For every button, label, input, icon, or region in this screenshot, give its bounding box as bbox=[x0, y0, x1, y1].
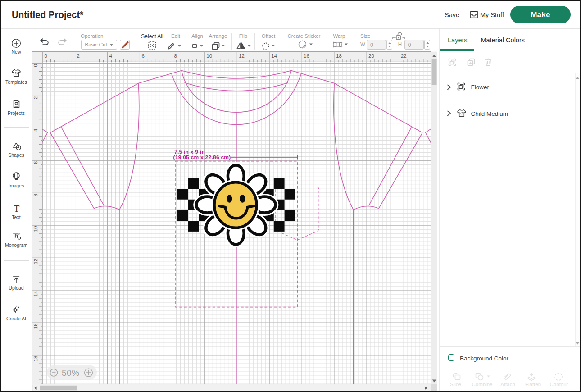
svg-text:2: 2 bbox=[33, 96, 38, 99]
svg-text:22: 22 bbox=[401, 53, 407, 59]
svg-text:10: 10 bbox=[33, 226, 38, 232]
svg-text:0: 0 bbox=[33, 64, 38, 67]
svg-text:4: 4 bbox=[109, 53, 113, 59]
svg-text:0: 0 bbox=[45, 53, 47, 59]
svg-text:T: T bbox=[14, 203, 20, 214]
svg-text:6: 6 bbox=[141, 53, 144, 59]
svg-text:18: 18 bbox=[33, 356, 38, 362]
svg-text:7.5 in x 9 in: 7.5 in x 9 in bbox=[174, 150, 205, 155]
svg-text:2: 2 bbox=[77, 53, 80, 59]
svg-text:(19.05 cm x 22.86 cm): (19.05 cm x 22.86 cm) bbox=[173, 155, 231, 160]
svg-text:10: 10 bbox=[206, 53, 212, 59]
svg-text:12: 12 bbox=[239, 53, 245, 59]
svg-text:16: 16 bbox=[304, 53, 309, 59]
svg-text:14: 14 bbox=[271, 53, 277, 59]
svg-text:6: 6 bbox=[33, 161, 38, 164]
svg-text:12: 12 bbox=[33, 259, 38, 264]
svg-text:16: 16 bbox=[33, 324, 38, 329]
svg-text:4: 4 bbox=[33, 128, 38, 132]
svg-text:50%: 50% bbox=[62, 368, 80, 378]
svg-text:8: 8 bbox=[174, 53, 177, 59]
svg-text:14: 14 bbox=[33, 291, 38, 296]
svg-text:20: 20 bbox=[368, 53, 374, 59]
svg-text:8: 8 bbox=[33, 194, 38, 196]
svg-text:18: 18 bbox=[336, 53, 342, 59]
